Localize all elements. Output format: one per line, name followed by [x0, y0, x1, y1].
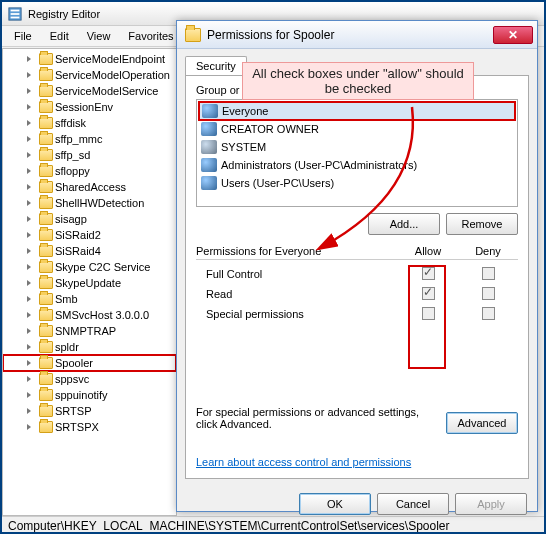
allow-checkbox[interactable] [422, 287, 435, 300]
folder-icon [39, 133, 53, 145]
tree-item[interactable]: SRTSPX [3, 419, 176, 435]
tree-item[interactable]: sppuinotify [3, 387, 176, 403]
expand-icon[interactable] [27, 136, 31, 142]
menu-view[interactable]: View [79, 28, 119, 44]
cancel-button[interactable]: Cancel [377, 493, 449, 515]
expand-icon[interactable] [27, 184, 31, 190]
tree-item-label: sffp_sd [55, 149, 90, 161]
regedit-icon [8, 7, 22, 21]
expand-icon[interactable] [27, 312, 31, 318]
add-button[interactable]: Add... [368, 213, 440, 235]
dialog-title: Permissions for Spooler [207, 28, 493, 42]
tree-item[interactable]: ServiceModelOperation [3, 67, 176, 83]
tab-security[interactable]: Security [185, 56, 247, 76]
expand-icon[interactable] [27, 104, 31, 110]
expand-icon[interactable] [27, 56, 31, 62]
ok-button[interactable]: OK [299, 493, 371, 515]
expand-icon[interactable] [27, 392, 31, 398]
remove-button[interactable]: Remove [446, 213, 518, 235]
deny-checkbox[interactable] [482, 307, 495, 320]
tree-item-label: SRTSP [55, 405, 91, 417]
folder-icon [39, 101, 53, 113]
expand-icon[interactable] [27, 280, 31, 286]
expand-icon[interactable] [27, 424, 31, 430]
principal-icon [202, 104, 218, 118]
folder-icon [39, 357, 53, 369]
folder-icon [39, 405, 53, 417]
tree-item-label: SiSRaid4 [55, 245, 101, 257]
expand-icon[interactable] [27, 200, 31, 206]
folder-icon [39, 389, 53, 401]
tree-item[interactable]: sisagp [3, 211, 176, 227]
expand-icon[interactable] [27, 344, 31, 350]
close-button[interactable]: ✕ [493, 26, 533, 44]
expand-icon[interactable] [27, 408, 31, 414]
group-item[interactable]: Administrators (User-PC\Administrators) [199, 156, 515, 174]
expand-icon[interactable] [27, 168, 31, 174]
menu-favorites[interactable]: Favorites [120, 28, 181, 44]
folder-icon [39, 165, 53, 177]
tree-item[interactable]: sffdisk [3, 115, 176, 131]
tree-item-label: Smb [55, 293, 78, 305]
deny-checkbox[interactable] [482, 267, 495, 280]
perm-name: Full Control [196, 268, 398, 280]
tree-item[interactable]: Smb [3, 291, 176, 307]
folder-icon [39, 261, 53, 273]
learn-link[interactable]: Learn about access control and permissio… [196, 456, 411, 468]
tree-item[interactable]: SNMPTRAP [3, 323, 176, 339]
advanced-button[interactable]: Advanced [446, 412, 518, 434]
tree-item-label: ServiceModelOperation [55, 69, 170, 81]
tree-item[interactable]: sffp_sd [3, 147, 176, 163]
folder-icon [39, 309, 53, 321]
expand-icon[interactable] [27, 376, 31, 382]
expand-icon[interactable] [27, 264, 31, 270]
tree-item[interactable]: ShellHWDetection [3, 195, 176, 211]
tree-item[interactable]: Spooler [3, 355, 176, 371]
group-item[interactable]: Users (User-PC\Users) [199, 174, 515, 192]
allow-checkbox[interactable] [422, 267, 435, 280]
folder-icon [39, 197, 53, 209]
tree-item[interactable]: SessionEnv [3, 99, 176, 115]
col-allow: Allow [398, 245, 458, 257]
tree-item-label: sfloppy [55, 165, 90, 177]
group-listbox[interactable]: EveryoneCREATOR OWNERSYSTEMAdministrator… [196, 99, 518, 207]
tree-item[interactable]: sppsvc [3, 371, 176, 387]
expand-icon[interactable] [27, 120, 31, 126]
tree-item[interactable]: Skype C2C Service [3, 259, 176, 275]
expand-icon[interactable] [27, 248, 31, 254]
expand-icon[interactable] [27, 328, 31, 334]
tree-item[interactable]: SRTSP [3, 403, 176, 419]
group-item[interactable]: Everyone [199, 102, 515, 120]
folder-icon [39, 325, 53, 337]
apply-button[interactable]: Apply [455, 493, 527, 515]
tree-item[interactable]: SiSRaid4 [3, 243, 176, 259]
expand-icon[interactable] [27, 88, 31, 94]
expand-icon[interactable] [27, 152, 31, 158]
expand-icon[interactable] [27, 72, 31, 78]
tree-item[interactable]: SMSvcHost 3.0.0.0 [3, 307, 176, 323]
expand-icon[interactable] [27, 360, 31, 366]
principal-icon [201, 158, 217, 172]
expand-icon[interactable] [27, 216, 31, 222]
registry-tree[interactable]: ServiceModelEndpointServiceModelOperatio… [2, 48, 177, 516]
group-item[interactable]: CREATOR OWNER [199, 120, 515, 138]
dialog-titlebar[interactable]: Permissions for Spooler ✕ [177, 21, 537, 49]
tree-item[interactable]: SharedAccess [3, 179, 176, 195]
tree-item[interactable]: ServiceModelEndpoint [3, 51, 176, 67]
group-item[interactable]: SYSTEM [199, 138, 515, 156]
tree-item[interactable]: SiSRaid2 [3, 227, 176, 243]
menu-edit[interactable]: Edit [42, 28, 77, 44]
tree-item[interactable]: SkypeUpdate [3, 275, 176, 291]
expand-icon[interactable] [27, 232, 31, 238]
allow-checkbox[interactable] [422, 307, 435, 320]
tree-item[interactable]: spldr [3, 339, 176, 355]
menu-file[interactable]: File [6, 28, 40, 44]
tree-item[interactable]: sfloppy [3, 163, 176, 179]
advanced-footnote: For special permissions or advanced sett… [196, 406, 436, 430]
tree-item[interactable]: sffp_mmc [3, 131, 176, 147]
tree-item[interactable]: ServiceModelService [3, 83, 176, 99]
deny-checkbox[interactable] [482, 287, 495, 300]
folder-icon [39, 277, 53, 289]
expand-icon[interactable] [27, 296, 31, 302]
perm-name: Read [196, 288, 398, 300]
